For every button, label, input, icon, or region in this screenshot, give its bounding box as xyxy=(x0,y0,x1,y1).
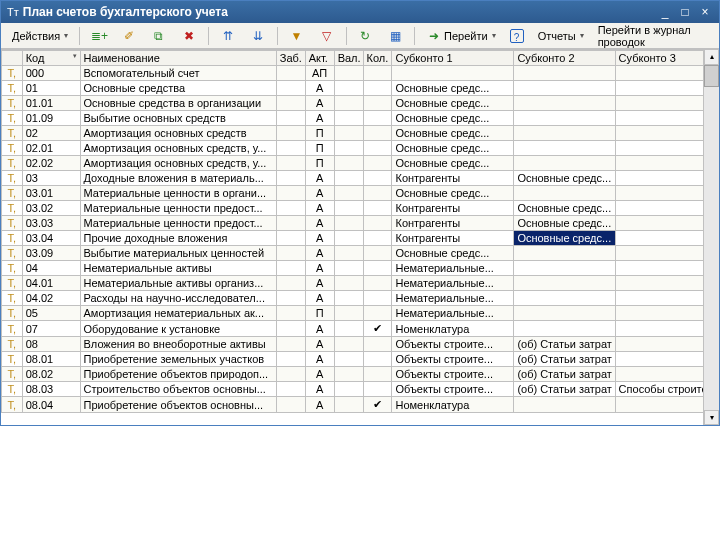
cell-val[interactable] xyxy=(334,337,363,352)
cell-kol[interactable] xyxy=(363,246,392,261)
cell-kol[interactable] xyxy=(363,216,392,231)
cell-s2[interactable] xyxy=(514,261,615,276)
cell-name[interactable]: Нематериальные активы xyxy=(80,261,276,276)
cell-val[interactable] xyxy=(334,156,363,171)
cell-name[interactable]: Прочие доходные вложения xyxy=(80,231,276,246)
cell-akt[interactable]: АП xyxy=(305,66,334,81)
cell-s1[interactable]: Нематериальные... xyxy=(392,291,514,306)
cell-val[interactable] xyxy=(334,201,363,216)
table-row[interactable]: Т,02Амортизация основных средствПОсновны… xyxy=(2,126,719,141)
copy-button[interactable]: ⧉ xyxy=(146,25,172,47)
cell-s2[interactable] xyxy=(514,96,615,111)
cell-kol[interactable] xyxy=(363,276,392,291)
cell-name[interactable]: Амортизация основных средств, у... xyxy=(80,141,276,156)
cell-kol[interactable] xyxy=(363,171,392,186)
cell-akt[interactable]: А xyxy=(305,367,334,382)
maximize-button[interactable]: □ xyxy=(677,5,693,19)
cell-kol[interactable] xyxy=(363,126,392,141)
cell-code[interactable]: 02 xyxy=(22,126,80,141)
help-button[interactable]: ? xyxy=(505,26,529,46)
cell-akt[interactable]: А xyxy=(305,96,334,111)
cell-akt[interactable]: П xyxy=(305,126,334,141)
add-button[interactable]: ≣+ xyxy=(86,25,112,47)
cell-name[interactable]: Вспомогательный счет xyxy=(80,66,276,81)
cell-val[interactable] xyxy=(334,367,363,382)
cell-akt[interactable]: А xyxy=(305,201,334,216)
cell-code[interactable]: 02.02 xyxy=(22,156,80,171)
cell-s1[interactable]: Объекты строите... xyxy=(392,337,514,352)
cell-zab[interactable] xyxy=(276,201,305,216)
cell-kol[interactable] xyxy=(363,141,392,156)
cell-s2[interactable]: Основные средс... xyxy=(514,216,615,231)
cell-zab[interactable] xyxy=(276,337,305,352)
col-zab[interactable]: Заб. xyxy=(276,51,305,66)
cell-s2[interactable] xyxy=(514,186,615,201)
table-row[interactable]: Т,02.01Амортизация основных средств, у..… xyxy=(2,141,719,156)
table-row[interactable]: Т,01.01Основные средства в организацииАО… xyxy=(2,96,719,111)
minimize-button[interactable]: _ xyxy=(657,5,673,19)
cell-zab[interactable] xyxy=(276,367,305,382)
table-row[interactable]: Т,08.03Строительство объектов основны...… xyxy=(2,382,719,397)
cell-val[interactable] xyxy=(334,231,363,246)
cell-s2[interactable] xyxy=(514,291,615,306)
cell-zab[interactable] xyxy=(276,276,305,291)
cell-s2[interactable] xyxy=(514,306,615,321)
col-s1[interactable]: Субконто 1 xyxy=(392,51,514,66)
cell-code[interactable]: 01.09 xyxy=(22,111,80,126)
cell-s2[interactable]: Основные средс... xyxy=(514,231,615,246)
cell-s2[interactable] xyxy=(514,156,615,171)
cell-code[interactable]: 08.03 xyxy=(22,382,80,397)
cell-val[interactable] xyxy=(334,96,363,111)
cell-name[interactable]: Материальные ценности предост... xyxy=(80,201,276,216)
cell-kol[interactable] xyxy=(363,231,392,246)
col-code[interactable]: Код xyxy=(22,51,80,66)
cell-name[interactable]: Доходные вложения в материаль... xyxy=(80,171,276,186)
cell-name[interactable]: Расходы на научно-исследовател... xyxy=(80,291,276,306)
move-down-button[interactable]: ⇊ xyxy=(245,25,271,47)
scroll-thumb[interactable] xyxy=(704,65,719,87)
cell-zab[interactable] xyxy=(276,141,305,156)
cell-kol[interactable]: ✔ xyxy=(363,397,392,413)
cell-val[interactable] xyxy=(334,126,363,141)
table-row[interactable]: Т,08.04Приобретение объектов основны...А… xyxy=(2,397,719,413)
cell-zab[interactable] xyxy=(276,382,305,397)
cell-s1[interactable]: Контрагенты xyxy=(392,231,514,246)
cell-akt[interactable]: А xyxy=(305,261,334,276)
cell-zab[interactable] xyxy=(276,321,305,337)
cell-code[interactable]: 03.01 xyxy=(22,186,80,201)
cell-zab[interactable] xyxy=(276,186,305,201)
cell-akt[interactable]: А xyxy=(305,111,334,126)
refresh-button[interactable]: ↻ xyxy=(352,25,378,47)
cell-s2[interactable] xyxy=(514,397,615,413)
cell-name[interactable]: Приобретение объектов природоп... xyxy=(80,367,276,382)
cell-code[interactable]: 03.03 xyxy=(22,216,80,231)
cell-code[interactable]: 08.04 xyxy=(22,397,80,413)
cell-kol[interactable] xyxy=(363,111,392,126)
cell-code[interactable]: 04.01 xyxy=(22,276,80,291)
accounts-grid[interactable]: Код Наименование Заб. Акт. Вал. Кол. Суб… xyxy=(1,49,719,425)
cell-val[interactable] xyxy=(334,397,363,413)
cell-name[interactable]: Основные средства в организации xyxy=(80,96,276,111)
cell-val[interactable] xyxy=(334,111,363,126)
cell-s2[interactable] xyxy=(514,111,615,126)
cell-zab[interactable] xyxy=(276,216,305,231)
edit-button[interactable]: ✐ xyxy=(116,25,142,47)
cell-code[interactable]: 04 xyxy=(22,261,80,276)
col-name[interactable]: Наименование xyxy=(80,51,276,66)
cell-akt[interactable]: П xyxy=(305,306,334,321)
header-row[interactable]: Код Наименование Заб. Акт. Вал. Кол. Суб… xyxy=(2,51,719,66)
table-row[interactable]: Т,03.01Материальные ценности в органи...… xyxy=(2,186,719,201)
cell-name[interactable]: Амортизация основных средств, у... xyxy=(80,156,276,171)
table-row[interactable]: Т,04.01Нематериальные активы организ...А… xyxy=(2,276,719,291)
cell-code[interactable]: 03.02 xyxy=(22,201,80,216)
cell-kol[interactable] xyxy=(363,261,392,276)
cell-code[interactable]: 01.01 xyxy=(22,96,80,111)
cell-akt[interactable]: А xyxy=(305,337,334,352)
cell-name[interactable]: Вложения во внеоборотные активы xyxy=(80,337,276,352)
cell-akt[interactable]: П xyxy=(305,141,334,156)
cell-name[interactable]: Амортизация нематериальных ак... xyxy=(80,306,276,321)
cell-akt[interactable]: А xyxy=(305,321,334,337)
cell-s2[interactable] xyxy=(514,81,615,96)
cell-s2[interactable] xyxy=(514,246,615,261)
cell-kol[interactable]: ✔ xyxy=(363,321,392,337)
